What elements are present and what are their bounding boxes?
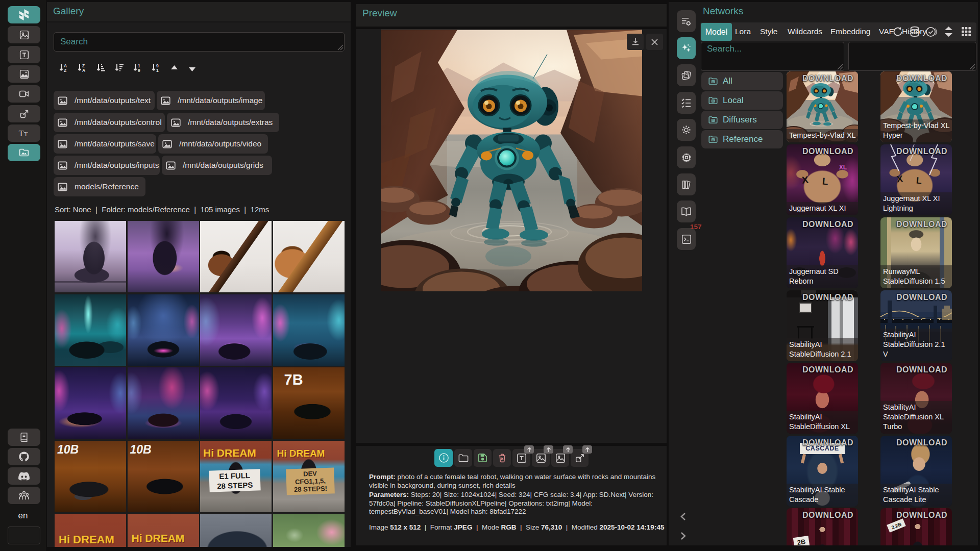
svg-text:9: 9 [138, 68, 140, 72]
svg-text:T: T [24, 131, 28, 138]
svg-text:Z: Z [64, 68, 66, 72]
svg-text:1: 1 [156, 68, 159, 72]
svg-text:T: T [19, 129, 24, 138]
svg-text:A: A [82, 68, 85, 72]
